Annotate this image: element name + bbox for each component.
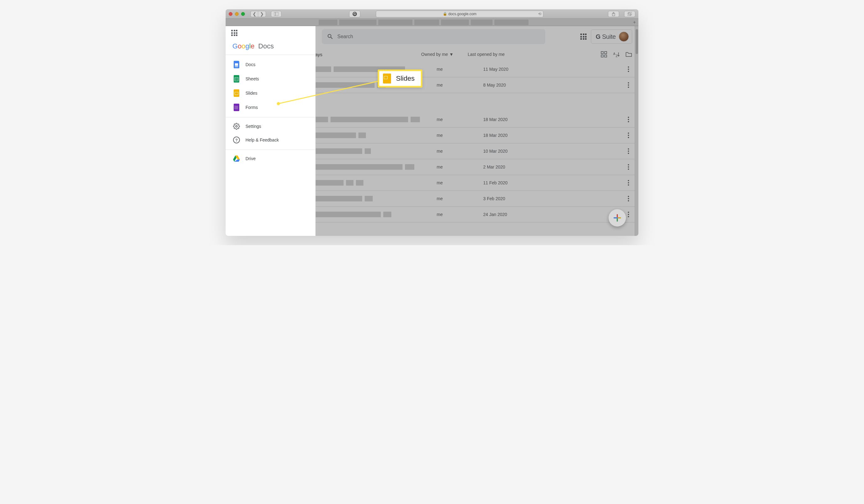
svg-rect-17 xyxy=(618,217,621,218)
google-apps-button[interactable] xyxy=(580,34,587,40)
tab-bar: + xyxy=(226,19,638,26)
gsuite-text: G Suite xyxy=(596,33,616,40)
share-button[interactable] xyxy=(608,11,619,17)
sidebar-item-label: Help & Feedback xyxy=(245,137,279,142)
blurred-tabs xyxy=(319,20,548,25)
nav-buttons: ❮ ❯ xyxy=(250,11,266,17)
slides-icon xyxy=(234,89,239,97)
row-title-blurred xyxy=(316,212,437,217)
new-tab-button[interactable]: + xyxy=(633,20,636,25)
row-title-blurred xyxy=(316,148,437,154)
sidebar-item-docs[interactable]: Docs xyxy=(226,57,315,72)
document-row[interactable]: me10 Mar 2020 xyxy=(316,143,638,159)
app-sidebar: Google Docs Docs Sheets Slides xyxy=(226,26,316,236)
document-row[interactable]: me18 Mar 2020 xyxy=(316,112,638,128)
owned-label: Owned by me xyxy=(421,52,448,57)
row-more-button[interactable] xyxy=(628,180,629,185)
row-more-button[interactable] xyxy=(628,133,629,138)
sidebar-item-forms[interactable]: Forms xyxy=(226,100,315,115)
row-owner: me xyxy=(437,212,483,217)
grid-view-button[interactable] xyxy=(601,51,607,58)
row-more-button[interactable] xyxy=(628,82,629,88)
row-title-blurred xyxy=(316,164,437,170)
svg-rect-20 xyxy=(617,217,617,218)
sidebar-toggle-button[interactable] xyxy=(271,11,281,17)
row-more-button[interactable] xyxy=(628,164,629,170)
more-vertical-icon xyxy=(628,67,629,72)
row-owner: me xyxy=(437,149,483,154)
help-icon: ? xyxy=(233,136,240,143)
svg-rect-0 xyxy=(274,12,278,16)
document-rows: me11 May 2020me8 May 2020me18 Mar 2020me… xyxy=(316,61,638,223)
svg-rect-13 xyxy=(604,55,607,57)
reload-icon[interactable]: ⟲ xyxy=(538,12,541,16)
document-row[interactable]: me8 May 2020 xyxy=(316,77,638,93)
document-row[interactable]: me2 Mar 2020 xyxy=(316,159,638,175)
row-owner: me xyxy=(437,165,483,169)
document-row[interactable]: me18 Mar 2020 xyxy=(316,128,638,143)
sidebar-item-settings[interactable]: Settings xyxy=(226,120,315,133)
chevron-down-icon: ▼ xyxy=(449,52,453,57)
row-date: 18 Mar 2020 xyxy=(483,117,536,122)
sidebar-item-label: Drive xyxy=(245,156,256,161)
document-row[interactable]: me24 Jan 2020 xyxy=(316,207,638,223)
list-header: days Owned by me ▼ Last opened by me AZ xyxy=(316,47,638,61)
sort-button[interactable]: AZ xyxy=(613,51,620,58)
document-row[interactable]: me3 Feb 2020 xyxy=(316,191,638,207)
user-avatar[interactable] xyxy=(619,32,629,41)
row-date: 11 May 2020 xyxy=(483,67,536,72)
docs-icon xyxy=(234,61,239,68)
site-settings-button[interactable]: G xyxy=(349,11,360,17)
tabs-overview-button[interactable] xyxy=(624,11,635,17)
row-date: 10 Mar 2020 xyxy=(483,149,536,154)
row-owner: me xyxy=(437,133,483,138)
svg-text:Z: Z xyxy=(616,54,617,57)
scrollbar[interactable] xyxy=(635,26,638,236)
more-vertical-icon xyxy=(628,212,629,217)
row-more-button[interactable] xyxy=(628,117,629,122)
row-owner: me xyxy=(437,196,483,201)
sidebar-item-label: Forms xyxy=(245,105,258,110)
more-vertical-icon xyxy=(628,164,629,170)
sidebar-item-help[interactable]: ? Help & Feedback xyxy=(226,133,315,147)
mac-titlebar: ❮ ❯ G 🔒 docs.google.com ⟲ xyxy=(226,9,638,19)
minimize-window-icon[interactable] xyxy=(235,12,239,16)
row-title-blurred xyxy=(316,180,437,185)
brand[interactable]: Google Docs xyxy=(226,36,315,55)
row-more-button[interactable] xyxy=(628,196,629,201)
url-bar[interactable]: 🔒 docs.google.com ⟲ xyxy=(376,11,543,17)
svg-rect-5 xyxy=(629,12,632,15)
drive-icon xyxy=(233,155,240,162)
row-owner: me xyxy=(437,83,483,87)
folder-button[interactable] xyxy=(625,51,632,58)
row-more-button[interactable] xyxy=(628,212,629,217)
row-more-button[interactable] xyxy=(628,67,629,72)
search-box[interactable] xyxy=(322,29,545,44)
row-date: 8 May 2020 xyxy=(483,83,536,87)
gsuite-badge[interactable]: G Suite xyxy=(591,29,632,44)
scrollbar-thumb[interactable] xyxy=(636,29,638,54)
forward-button[interactable]: ❯ xyxy=(258,11,266,17)
google-apps-launcher[interactable] xyxy=(226,26,315,36)
apps-grid-icon xyxy=(231,30,237,36)
row-date: 24 Jan 2020 xyxy=(483,212,536,217)
sidebar-item-label: Sheets xyxy=(245,76,259,81)
row-title-blurred xyxy=(316,133,437,138)
search-input[interactable] xyxy=(337,34,540,39)
back-button[interactable]: ❮ xyxy=(251,11,258,17)
document-row[interactable]: me11 May 2020 xyxy=(316,61,638,77)
sidebar-item-slides[interactable]: Slides xyxy=(226,86,315,100)
row-more-button[interactable] xyxy=(628,148,629,154)
owned-filter[interactable]: Owned by me ▼ xyxy=(421,52,468,57)
sidebar-item-sheets[interactable]: Sheets xyxy=(226,72,315,86)
sidebar-item-drive[interactable]: Drive xyxy=(226,152,315,165)
sheets-icon xyxy=(234,75,239,83)
gear-icon xyxy=(233,123,240,130)
document-row[interactable]: me11 Feb 2020 xyxy=(316,175,638,191)
new-document-button[interactable] xyxy=(609,209,626,227)
svg-point-6 xyxy=(236,125,237,127)
svg-rect-4 xyxy=(627,13,631,16)
fullscreen-window-icon[interactable] xyxy=(241,12,245,16)
sidebar-item-label: Settings xyxy=(245,124,261,129)
close-window-icon[interactable] xyxy=(229,12,232,16)
